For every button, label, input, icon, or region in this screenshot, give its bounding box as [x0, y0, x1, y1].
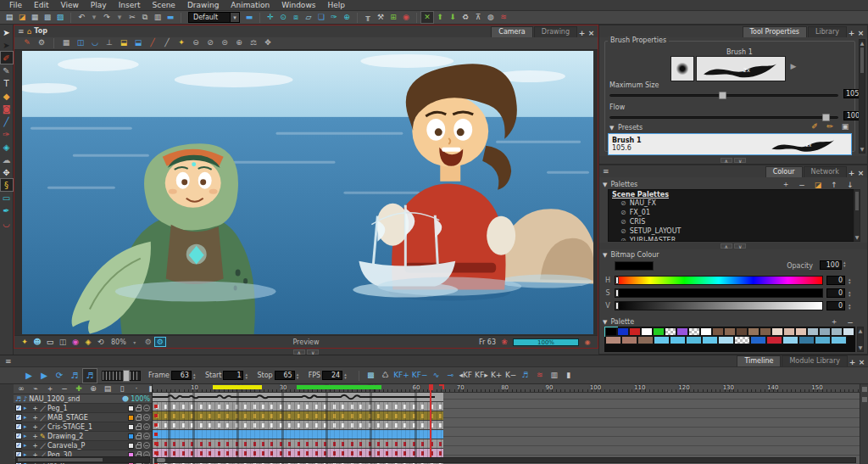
layer-name[interactable]: NAU_1200_snd — [29, 395, 120, 403]
onion-skin-off-icon[interactable]: ⊘ — [204, 37, 216, 48]
show-thumbnails-col-icon[interactable]: ▮ — [145, 384, 153, 394]
lock-icon[interactable] — [136, 426, 142, 430]
show-data-view-icon[interactable]: ▯ — [116, 384, 128, 394]
hand-tool[interactable]: ✥ — [1, 166, 13, 178]
grid-icon[interactable]: ▦ — [60, 37, 72, 48]
tab-tool-properties[interactable]: Tool Properties — [743, 26, 808, 37]
menu-play[interactable]: Play — [85, 1, 113, 9]
sound-icon[interactable]: ♬ — [68, 369, 81, 383]
delete-brush-preset-icon[interactable]: ✏ — [825, 122, 835, 131]
stop-stepper[interactable]: ▴▾ — [297, 372, 303, 379]
brush-preset-item[interactable]: Brush 1 105.6 2x — [608, 133, 852, 155]
drawing-canvas[interactable] — [14, 50, 598, 336]
speaker-icon[interactable]: ♬ — [15, 395, 21, 403]
animate-translate-icon[interactable]: ✛ — [264, 12, 276, 23]
text-tool[interactable]: T — [1, 77, 13, 89]
filmstrip-icon[interactable]: ▥ — [548, 370, 560, 381]
add-parent-icon[interactable]: ＋ — [31, 405, 38, 411]
light-table-icon[interactable]: ✦ — [175, 37, 187, 48]
v-slider[interactable] — [615, 301, 823, 310]
zoom-dropdown-icon[interactable]: ▾ — [130, 339, 140, 345]
no-render-icon[interactable] — [143, 442, 150, 449]
draw-top-icon[interactable]: ╱ — [161, 37, 173, 48]
camera-view-toggle-icon[interactable]: ◉ — [70, 338, 81, 346]
colour-swatch[interactable] — [617, 327, 629, 336]
colour-swatch[interactable] — [807, 327, 819, 336]
start-value[interactable]: 1 — [223, 371, 243, 380]
layer-colour-chip[interactable] — [128, 443, 134, 449]
menu-help[interactable]: Help — [321, 1, 351, 9]
add-drawing-layer-icon[interactable]: ✚ — [73, 384, 85, 394]
dot-icon[interactable]: · — [131, 384, 142, 394]
stamp-tool[interactable]: ☁ — [1, 154, 13, 165]
s-value[interactable]: 0 — [826, 288, 845, 298]
track-Caravela_P[interactable] — [153, 439, 443, 449]
colour-swatch[interactable] — [605, 327, 617, 336]
expand-icon[interactable]: ▸ — [24, 423, 30, 430]
onion-skin-prev-icon[interactable]: ⊖ — [190, 37, 202, 48]
motion-path-icon[interactable]: ≋ — [534, 370, 546, 381]
flow-slider[interactable] — [609, 116, 838, 119]
palettes-scrollbar[interactable]: ▼ — [854, 189, 860, 242]
lock-icon[interactable] — [136, 407, 142, 411]
polyline-tool[interactable]: ✑ — [1, 128, 13, 140]
colour-card-icon[interactable]: ▬ — [164, 12, 176, 23]
layers-scrollbar[interactable] — [15, 456, 150, 463]
layer-name[interactable]: Peg_1 — [47, 405, 126, 412]
settings-icon[interactable]: ⚙ — [36, 37, 47, 48]
layer-row-Caravela_P[interactable]: ✓ ▸ ＋ ／ Caravela_P — [14, 441, 152, 450]
transform-tool-icon[interactable]: ❏ — [315, 12, 327, 23]
tab-colour[interactable]: Colour — [765, 166, 803, 177]
frame-value[interactable]: 63 — [171, 371, 192, 380]
tab-add-icon[interactable]: + — [848, 358, 857, 366]
delete-drawings-icon[interactable]: ♺ — [379, 370, 391, 381]
add-parent-icon[interactable]: ＋ — [31, 414, 38, 421]
rectangle-tool[interactable]: ▭ — [1, 192, 13, 204]
lock-icon[interactable]: ⬓ — [118, 37, 130, 48]
open-scene-icon[interactable]: ◪ — [16, 12, 28, 23]
camera-scale-icon[interactable]: ⚖ — [248, 37, 259, 48]
brush-tool[interactable]: ✐ — [1, 52, 13, 64]
reset-rotation-icon[interactable]: ⟲ — [96, 338, 106, 346]
show-character-icon[interactable]: ☻ — [32, 338, 42, 346]
current-colour-swatch[interactable] — [615, 261, 654, 271]
save-scene-icon[interactable]: ▦ — [29, 12, 41, 23]
add-parent-icon[interactable]: ＋ — [31, 442, 38, 449]
tab-close-icon[interactable]: × — [857, 358, 866, 366]
dropdown-arrow-icon[interactable]: ▾ — [230, 13, 239, 22]
render-light-icon[interactable]: ✦ — [19, 338, 30, 346]
scroll-thumb[interactable] — [855, 192, 859, 210]
layer-row-MAB_STAGE[interactable]: ✓ ▸ ＋ ／ MAB_STAGE — [14, 413, 152, 422]
connection-icon[interactable]: ⌁ — [30, 384, 42, 394]
layer-row-NAU_1200_snd[interactable]: ♬ ♪ NAU_1200_snd ☻ 100% — [14, 394, 152, 404]
undo-icon[interactable]: ↶ — [75, 12, 87, 23]
sound-volume[interactable]: 100% — [131, 395, 150, 403]
tab-close-icon[interactable]: × — [856, 169, 865, 177]
paste-icon[interactable]: ▥ — [152, 12, 164, 23]
multiplane-icon[interactable]: ✥ — [262, 37, 274, 48]
rename-drawing-icon[interactable]: ╥ — [362, 12, 374, 23]
layer-enable-checkbox[interactable]: ✓ — [15, 433, 22, 439]
auto-flatten-icon[interactable]: ⬆ — [434, 12, 446, 23]
tab-add-icon[interactable]: + — [577, 29, 587, 37]
inverse-kinematics-icon[interactable]: ✑ — [328, 12, 340, 23]
colour-swatch[interactable] — [653, 327, 665, 336]
snap-options-icon[interactable]: ◫ — [75, 37, 86, 48]
colour-swatch[interactable] — [783, 327, 795, 336]
brush-stroke-preview[interactable]: 2x — [696, 56, 786, 81]
colour-swatch[interactable] — [748, 327, 760, 336]
lock-add-icon[interactable]: ⬓ — [132, 37, 144, 48]
colour-swatch[interactable] — [702, 336, 718, 344]
zoom-level[interactable]: 80% — [111, 338, 126, 346]
playhead[interactable] — [430, 384, 431, 457]
v-stepper[interactable]: ▴▾ — [849, 303, 855, 310]
layer-enable-checkbox[interactable]: ✓ — [15, 414, 22, 421]
palette-item-fx_01[interactable]: ⊘FX_01 — [609, 208, 854, 217]
side-icon[interactable] — [862, 397, 867, 402]
expand-icon[interactable]: ▸ — [24, 414, 30, 421]
scroll-down-icon[interactable]: ▼ — [860, 146, 865, 153]
colour-swatch[interactable] — [665, 327, 676, 336]
layer-enable-checkbox[interactable]: ✓ — [15, 423, 22, 430]
show-functions-icon[interactable]: ▤ — [102, 384, 114, 394]
close-gap-icon[interactable]: ✕ — [421, 12, 433, 23]
